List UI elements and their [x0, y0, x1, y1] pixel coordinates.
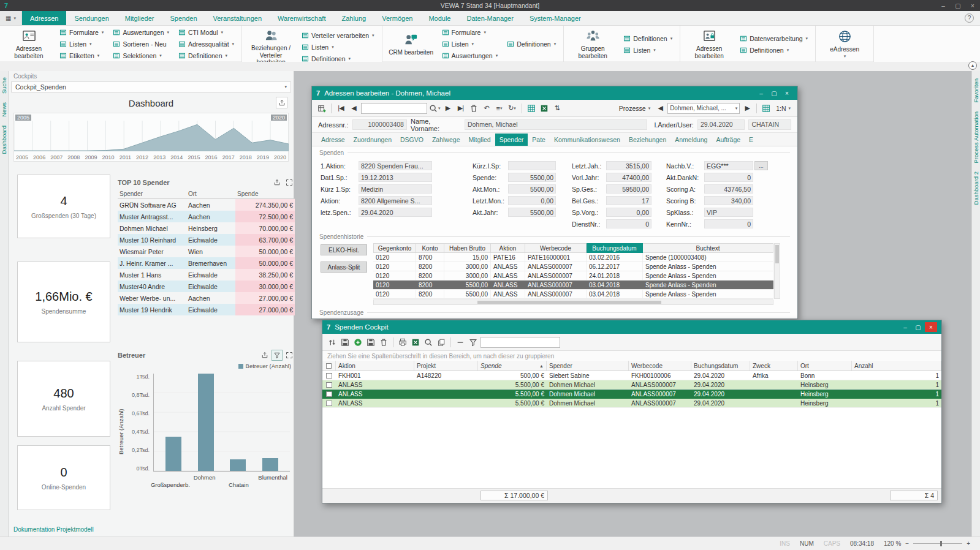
zoom-in-icon[interactable]: + [967, 540, 970, 547]
field-value[interactable]: 29.04.2020 [359, 208, 432, 217]
add-row-button[interactable] [352, 336, 363, 348]
address-tab[interactable]: Aufträge [712, 134, 745, 146]
refresh-button[interactable]: ↻▾ [507, 102, 518, 115]
menu-tab[interactable]: Adressen [22, 11, 66, 25]
table-row[interactable]: Muster40 Andre Eichwalde 30.000,00 € [118, 281, 295, 292]
new-record-button[interactable] [316, 102, 327, 115]
app-menu-button[interactable]: ▦ ▾ [0, 11, 22, 25]
dokumentation-link[interactable]: Dokumentation Projektmodell [13, 526, 94, 533]
aender-date-field[interactable]: 29.04.2020 [697, 119, 745, 130]
widget-expand-button[interactable] [284, 350, 295, 361]
ribbon-datenverarbeitung-button[interactable]: Datenverarbeitung▾ [737, 33, 811, 44]
field-value[interactable]: 340,00 [704, 196, 753, 205]
zoom-out-icon[interactable]: − [905, 540, 909, 547]
ribbon-cti-modul-button[interactable]: CTI Modul▾ [175, 27, 237, 38]
field-value[interactable]: 0 [704, 173, 753, 182]
app-maximize-button[interactable]: ▢ [951, 0, 965, 11]
ribbon-eadressen-button[interactable]: eAdressen ▾ [820, 28, 869, 61]
delete-row-button[interactable] [378, 336, 389, 348]
excel-export-button[interactable] [410, 336, 421, 348]
address-window-titlebar[interactable]: 7 Adressen bearbeiten - Dohmen, Michael … [312, 86, 797, 100]
ribbon-crm-bearbeiten-button[interactable]: CRM bearbeiten [387, 31, 436, 58]
field-value[interactable]: 0,00 [606, 208, 651, 217]
address-tab[interactable]: Zahlwege [428, 134, 465, 146]
field-value[interactable]: Medizin [359, 184, 432, 194]
scrollbar-thumb[interactable] [775, 245, 779, 263]
historie-row[interactable]: 0120 8200 5500,00 ANLASS ANLASS000007 03… [373, 281, 773, 290]
table-row[interactable]: Muster 1 Hans Eichwalde 38.250,00 € [118, 269, 295, 281]
save-button[interactable] [340, 336, 351, 348]
app-close-button[interactable]: × [965, 0, 980, 11]
first-record-button[interactable]: |◀ [335, 102, 346, 115]
delete-record-button[interactable] [468, 102, 479, 115]
grid-view-button[interactable] [761, 102, 772, 115]
ribbon-gruppen-bearbeiten-button[interactable]: Gruppen bearbeiten [568, 28, 617, 61]
search-button[interactable] [423, 336, 434, 348]
ribbon-collapse-icon[interactable]: ▴ [968, 61, 977, 70]
close-button[interactable]: × [925, 322, 937, 332]
field-value[interactable]: 3515,00 [606, 161, 651, 170]
ribbon-formulare-button[interactable]: Formulare▾ [56, 27, 107, 38]
maximize-button[interactable]: ▢ [912, 322, 924, 332]
menu-tab[interactable]: Module [420, 11, 458, 25]
ribbon-sortieren-neu-button[interactable]: Sortieren - Neu [110, 39, 172, 50]
move-updown-button[interactable] [327, 336, 338, 348]
maximize-button[interactable]: ▢ [768, 88, 780, 98]
field-value[interactable]: 59580,00 [606, 184, 651, 194]
dock-tab[interactable]: Dashboard 2 [973, 171, 979, 205]
menu-tab[interactable]: Zahlung [333, 11, 374, 25]
cockpit-search-input[interactable] [481, 337, 560, 348]
ribbon-etiketten-button[interactable]: Etiketten▾ [56, 50, 107, 61]
address-tab[interactable]: Beziehungen [625, 134, 670, 146]
address-tab[interactable]: Mitglied [464, 134, 495, 146]
field-value[interactable]: 43746,50 [704, 184, 753, 194]
widget-export-button[interactable] [259, 350, 270, 361]
ribbon-listen-button[interactable]: Listen▾ [439, 39, 501, 50]
record-search-input[interactable] [361, 103, 427, 114]
table-row[interactable]: Muster Antragsst... Aachen 72.500,00 € [118, 211, 295, 222]
undo-button[interactable]: ↶ [481, 102, 492, 115]
ribbon-definitionen-button[interactable]: Definitionen▾ [620, 33, 675, 44]
help-button[interactable]: ? [965, 13, 974, 23]
nachbv-more-button[interactable]: ... [754, 161, 768, 170]
table-row[interactable]: Muster 19 Hendrik Eichwalde 27.000,00 € [118, 304, 295, 315]
ribbon-definitionen-button[interactable]: Definitionen▾ [175, 50, 237, 61]
field-value[interactable]: 47400,00 [606, 173, 651, 182]
next-record-button[interactable]: ▶ [443, 102, 454, 115]
minimize-button[interactable]: – [899, 322, 911, 332]
field-value[interactable]: EGG*** [704, 161, 753, 170]
copy-button[interactable] [436, 336, 447, 348]
menu-tab[interactable]: Spenden [162, 11, 205, 25]
filter-button[interactable] [468, 336, 479, 348]
address-tab[interactable]: E [745, 134, 758, 146]
minimize-button[interactable]: – [755, 88, 767, 98]
widget-export-button[interactable] [272, 177, 283, 188]
address-tab[interactable]: Kommunikationswesen [550, 134, 625, 146]
widget-expand-button[interactable] [284, 177, 295, 188]
ribbon-beziehungen-verteiler-button[interactable]: Beziehungen / Verteiler bearbeiten [246, 27, 295, 67]
ribbon-listen-button[interactable]: Listen▾ [56, 39, 107, 50]
prozesse-button[interactable]: Prozesse▾ [617, 102, 653, 115]
dock-tab[interactable]: Dashboard [1, 126, 7, 154]
table-row[interactable]: ANLASS 5.500,00 € Dohmen Michael ANLASS0… [322, 399, 941, 408]
last-record-button[interactable]: ▶| [455, 102, 466, 115]
filter-button[interactable]: ≡▾ [494, 102, 505, 115]
range-start-chip[interactable]: 2005 [15, 115, 31, 121]
menu-tab[interactable]: System-Manager [522, 11, 589, 25]
row-checkbox[interactable] [322, 371, 336, 380]
zoom-slider[interactable] [913, 543, 962, 544]
table-row[interactable]: Dohmen Michael Heinsberg 70.000,00 € [118, 222, 295, 234]
historie-row[interactable]: 0120 8200 5500,00 ANLASS ANLASS000007 03… [373, 290, 773, 299]
dock-tab[interactable]: Process Automation [973, 111, 979, 164]
table-row[interactable]: Weber Werbe- un... Aachen 27.000,00 € [118, 292, 295, 304]
row-checkbox[interactable] [322, 390, 336, 398]
ribbon-selektionen-button[interactable]: Selektionen▾ [110, 50, 172, 61]
field-value[interactable]: 19.12.2013 [359, 173, 432, 182]
address-tab[interactable]: Anmeldung [670, 134, 712, 146]
name-field[interactable]: Dohmen, Michael [465, 119, 647, 130]
record-prev-button[interactable]: ◀ [655, 102, 666, 115]
aender-user-field[interactable]: CHATAIN [748, 119, 791, 130]
search-button[interactable]: ▾ [429, 102, 441, 115]
ribbon-definitionen-button[interactable]: Definitionen▾ [504, 39, 559, 50]
historie-row[interactable]: 0120 8200 3000,00 ANLASS ANLASS000007 24… [373, 271, 773, 281]
